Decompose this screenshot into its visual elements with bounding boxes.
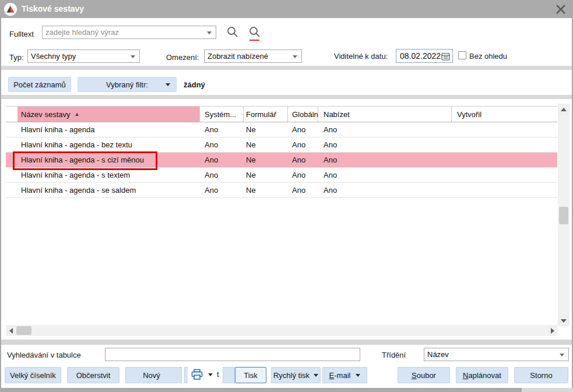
velky-ciselnik-button[interactable]: Velký číselník (5, 367, 61, 383)
cell-formular: Ne (244, 122, 288, 137)
vertical-scrollbar-thumb[interactable] (559, 207, 568, 224)
cell-nabizet: Ano (318, 137, 452, 152)
cell-formular: Ne (244, 168, 288, 182)
naplanovat-button[interactable]: Naplánovat (456, 367, 508, 383)
cell-globalni: Ano (288, 137, 318, 152)
column-header-nabizet[interactable]: Nabízet (318, 107, 452, 122)
table-row[interactable]: Hlavní kniha - agenda - s textem Ano Ne … (6, 168, 557, 183)
column-header-vytvoril[interactable]: Vytvořil (452, 107, 557, 122)
pocet-zaznamu-label: Počet záznamů (13, 80, 66, 89)
cell-system: Ano (200, 153, 244, 167)
table-search-input[interactable] (105, 348, 360, 361)
tisk-button[interactable]: Tisk (235, 367, 266, 383)
close-icon[interactable] (551, 2, 570, 17)
chevron-down-icon[interactable] (131, 55, 135, 58)
column-header-nazev[interactable]: Název sestavy ▲ (17, 107, 200, 122)
typ-combobox[interactable]: Všechny typy (27, 50, 140, 63)
table-row[interactable]: Hlavní kniha - agenda Ano Ne Ano Ano (6, 122, 557, 137)
column-header-system[interactable]: Systém... (200, 107, 244, 122)
vybrany-filtr-label: Vybraný filtr: (106, 80, 148, 89)
column-header-label: Název sestavy (21, 110, 71, 119)
app-logo-icon (3, 2, 17, 16)
rychly-tisk-dropdown-button[interactable]: Rychlý tisk (271, 367, 321, 383)
cell-nabizet: Ano (318, 122, 452, 137)
row-selector-header[interactable] (6, 107, 17, 122)
divider (1, 95, 572, 99)
table-row[interactable]: Hlavní kniha - agenda - bez textu Ano Ne… (6, 137, 557, 153)
partial-button-letter: t (217, 370, 219, 379)
storno-button[interactable]: Storno (514, 367, 568, 383)
cell-nazev: Hlavní kniha - agenda - s textem (17, 168, 200, 182)
horizontal-scrollbar[interactable] (6, 325, 557, 336)
printer-icon (191, 369, 203, 380)
button-fragment (223, 367, 235, 383)
bez-ohledu-label: Bez ohledu (469, 52, 507, 61)
cell-vytvoril (452, 122, 557, 137)
cell-system: Ano (200, 183, 244, 197)
cell-formular: Ne (244, 153, 288, 167)
column-header-globalni[interactable]: Globální (288, 107, 318, 122)
fulltext-combobox[interactable] (42, 26, 216, 39)
date-value: 08.02.2022 (400, 51, 441, 61)
cell-nabizet: Ano (318, 183, 452, 197)
search-underlined-icon[interactable] (248, 26, 262, 41)
column-header-label: Systém... (205, 110, 236, 119)
table-row-selected[interactable]: Hlavní kniha - agenda - s cizí měnou Ano… (6, 153, 557, 168)
chevron-down-icon[interactable] (207, 31, 212, 34)
horizontal-scrollbar-thumb[interactable] (16, 326, 31, 335)
resize-grip[interactable] (522, 388, 573, 392)
date-input[interactable]: 08.02.2022 (396, 49, 453, 63)
splitter-bar (1, 340, 572, 345)
fulltext-input[interactable] (43, 26, 206, 38)
chevron-down-icon[interactable] (166, 83, 170, 86)
column-header-label: Globální (292, 110, 318, 119)
button-label: Velký číselník (10, 371, 56, 380)
scroll-down-icon[interactable] (558, 315, 570, 326)
button-fragment (178, 367, 182, 383)
button-label: E-mail (329, 371, 351, 380)
soubor-button[interactable]: Soubor (398, 367, 450, 383)
table-header: Název sestavy ▲ Systém... Formulář Globá… (6, 106, 557, 122)
scroll-up-icon[interactable] (558, 104, 570, 115)
calendar-icon[interactable] (441, 52, 450, 61)
row-selector (6, 137, 17, 152)
trideni-combobox[interactable]: Název (424, 348, 569, 361)
chevron-down-icon[interactable] (560, 354, 564, 356)
chevron-down-icon[interactable] (208, 373, 213, 376)
cell-nazev: Hlavní kniha - agenda - bez textu (17, 137, 200, 152)
pocet-zaznamu-button[interactable]: Počet záznamů (8, 77, 71, 92)
row-selector (6, 168, 17, 182)
novy-button[interactable]: Nový (125, 367, 178, 383)
scroll-right-icon[interactable] (547, 325, 557, 336)
button-label: Nový (143, 371, 160, 380)
chevron-down-icon[interactable] (293, 55, 297, 58)
omezeni-combobox[interactable]: Zobrazit nabízené (204, 50, 302, 63)
window-border (0, 388, 573, 392)
titlebar: Tiskové sestavy (0, 0, 573, 18)
vybrany-filtr-value: žádný (184, 80, 205, 89)
divider (1, 66, 572, 70)
cell-nabizet: Ano (318, 168, 452, 182)
vertical-scrollbar[interactable] (558, 104, 570, 326)
fulltext-label: Fulltext (9, 30, 34, 38)
chevron-down-icon[interactable] (356, 374, 360, 377)
typ-value: Všechny typy (31, 52, 76, 61)
scroll-left-icon[interactable] (6, 325, 16, 336)
row-selector (6, 153, 17, 167)
bez-ohledu-checkbox[interactable] (458, 51, 466, 59)
obcerstvit-button[interactable]: Občerstvit (67, 367, 119, 383)
window-title: Tiskové sestavy (22, 4, 84, 13)
table-row[interactable]: Hlavní kniha - agenda - se saldem Ano Ne… (6, 183, 557, 198)
vybrany-filtr-dropdown[interactable]: Vybraný filtr: (78, 77, 177, 92)
chevron-down-icon[interactable] (314, 374, 318, 377)
email-dropdown-button[interactable]: E-mail (322, 367, 367, 383)
column-header-label: Vytvořil (457, 110, 481, 119)
omezeni-value: Zobrazit nabízené (208, 52, 268, 61)
column-header-label: Nabízet (324, 110, 350, 119)
column-header-formular[interactable]: Formulář (244, 107, 288, 122)
window-border (0, 18, 1, 388)
cell-globalni: Ano (288, 122, 318, 137)
button-label: Soubor (412, 371, 436, 380)
search-icon[interactable] (226, 26, 240, 41)
cell-globalni: Ano (288, 183, 318, 197)
